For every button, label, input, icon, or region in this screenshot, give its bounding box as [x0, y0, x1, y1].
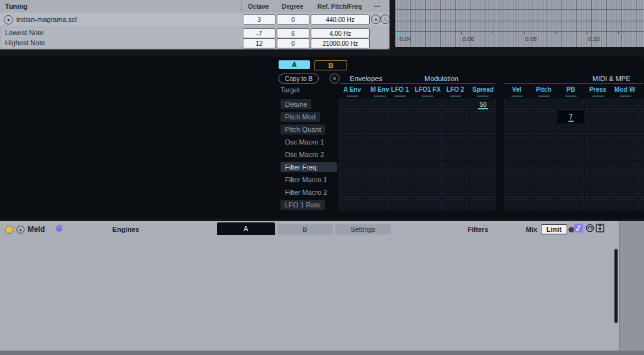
matrix-cell[interactable] — [504, 99, 530, 110]
matrix-cell[interactable] — [387, 161, 413, 173]
matrix-cell[interactable] — [442, 161, 469, 173]
matrix-cell[interactable] — [612, 187, 638, 198]
matrix-cell[interactable] — [639, 136, 644, 148]
fold-device-icon[interactable]: ▲ — [16, 226, 25, 234]
matrix-cell[interactable] — [531, 136, 557, 148]
matrix-cell[interactable] — [531, 124, 557, 135]
matrix-row-lfo-1-rate[interactable]: LFO 1 Rate — [280, 200, 325, 210]
matrix-cell[interactable] — [414, 111, 441, 123]
matrix-cell[interactable] — [504, 149, 530, 160]
matrix-cell[interactable] — [442, 124, 469, 135]
matrix-cell[interactable] — [470, 174, 496, 185]
matrix-cell[interactable] — [639, 187, 644, 198]
matrix-cell[interactable] — [339, 149, 365, 160]
scale-file-name[interactable]: indian-magrama.scl — [16, 16, 77, 23]
save-scale-icon[interactable]: ● — [371, 14, 380, 24]
matrix-cell[interactable] — [387, 111, 413, 123]
copy-to-b-button[interactable]: Copy to B — [279, 74, 319, 84]
lowest-octave-field[interactable]: -7 — [243, 28, 275, 38]
matrix-tab-b[interactable]: B — [314, 60, 347, 70]
matrix-row-pitch-mod[interactable]: Pitch Mod — [280, 112, 320, 122]
matrix-cell[interactable] — [414, 187, 441, 198]
mpe-settings-icon[interactable] — [574, 224, 583, 232]
scale-freq-field[interactable]: 440.00 Hz — [311, 14, 370, 25]
matrix-cell[interactable] — [387, 136, 413, 148]
device-scrollbar[interactable] — [614, 249, 618, 323]
matrix-cell[interactable] — [339, 161, 365, 173]
matrix-cell[interactable] — [639, 174, 644, 185]
matrix-cell[interactable] — [339, 187, 365, 198]
matrix-cell[interactable] — [442, 149, 469, 160]
matrix-cell[interactable] — [470, 124, 496, 135]
matrix-cell[interactable] — [585, 187, 611, 198]
matrix-cell[interactable] — [470, 111, 496, 123]
matrix-cell[interactable] — [504, 136, 530, 148]
matrix-cell[interactable] — [639, 149, 644, 160]
matrix-cell[interactable] — [414, 161, 441, 173]
matrix-row-filter-macro-2[interactable]: Filter Macro 2 — [280, 187, 331, 197]
matrix-cell[interactable] — [387, 174, 413, 185]
matrix-cell[interactable] — [387, 124, 413, 135]
matrix-cell[interactable] — [442, 111, 469, 123]
matrix-cell[interactable] — [442, 136, 469, 148]
tab-engine-b[interactable]: B — [277, 224, 333, 234]
lowest-freq-field[interactable]: 4.00 Hz — [311, 28, 370, 38]
matrix-row-detune[interactable]: Detune — [280, 99, 311, 109]
matrix-cell[interactable] — [339, 99, 365, 110]
matrix-cell[interactable] — [504, 174, 530, 185]
matrix-cell[interactable] — [414, 149, 441, 160]
lowest-degree-field[interactable]: 6 — [277, 28, 309, 38]
matrix-cell[interactable] — [470, 161, 496, 173]
matrix-cell[interactable] — [531, 99, 557, 110]
matrix-cell[interactable] — [558, 199, 584, 210]
matrix-row-osc-macro-2[interactable]: Osc Macro 2 — [280, 150, 328, 160]
matrix-cell[interactable] — [387, 99, 413, 110]
matrix-row-filter-macro-1[interactable]: Filter Macro 1 — [280, 175, 331, 185]
matrix-cell[interactable] — [612, 174, 638, 185]
matrix-cell[interactable] — [339, 174, 365, 185]
matrix-cell[interactable] — [442, 174, 469, 185]
matrix-cell[interactable] — [504, 124, 530, 135]
highest-degree-field[interactable]: 0 — [277, 38, 309, 48]
limit-button[interactable]: Limit — [541, 224, 567, 234]
matrix-cell[interactable] — [612, 136, 638, 148]
matrix-cell[interactable] — [558, 136, 584, 148]
scale-degree-field[interactable]: 0 — [277, 14, 309, 25]
matrix-cell[interactable] — [612, 199, 638, 210]
matrix-cell[interactable] — [585, 149, 611, 160]
matrix-cell[interactable] — [470, 187, 496, 198]
matrix-cell[interactable] — [414, 136, 441, 148]
matrix-cell[interactable] — [531, 187, 557, 198]
matrix-cell[interactable] — [612, 111, 638, 123]
matrix-cell[interactable] — [387, 187, 413, 198]
matrix-cell[interactable] — [504, 111, 530, 123]
save-preset-icon[interactable] — [596, 224, 604, 232]
matrix-cell[interactable] — [585, 174, 611, 185]
matrix-cell[interactable] — [414, 99, 441, 110]
matrix-cell[interactable] — [531, 161, 557, 173]
matrix-cell[interactable] — [470, 136, 496, 148]
matrix-cell[interactable] — [414, 124, 441, 135]
highest-octave-field[interactable]: 12 — [243, 38, 275, 48]
matrix-cell[interactable] — [339, 199, 365, 210]
matrix-cell[interactable] — [531, 174, 557, 185]
matrix-cell[interactable] — [585, 136, 611, 148]
matrix-cell[interactable] — [387, 199, 413, 210]
highest-freq-field[interactable]: 21000.00 Hz — [311, 38, 370, 48]
home-icon[interactable]: ⌂ — [380, 14, 390, 24]
matrix-cell[interactable] — [414, 199, 441, 210]
matrix-cell[interactable] — [585, 199, 611, 210]
matrix-cell[interactable] — [639, 199, 644, 210]
matrix-cell[interactable] — [414, 174, 441, 185]
device-title[interactable]: Meld — [28, 225, 45, 234]
matrix-cell[interactable] — [531, 111, 557, 123]
matrix-cell[interactable] — [612, 124, 638, 135]
matrix-cell[interactable] — [585, 111, 611, 123]
hot-swap-icon[interactable] — [586, 224, 594, 232]
arrangement-ruler[interactable]: 0:04 0:06 0:08 0:10 — [395, 0, 644, 47]
matrix-cell[interactable] — [639, 124, 644, 135]
matrix-cell[interactable] — [612, 149, 638, 160]
matrix-cell[interactable] — [558, 124, 584, 135]
matrix-cell[interactable] — [612, 99, 638, 110]
matrix-cell[interactable] — [470, 199, 496, 210]
